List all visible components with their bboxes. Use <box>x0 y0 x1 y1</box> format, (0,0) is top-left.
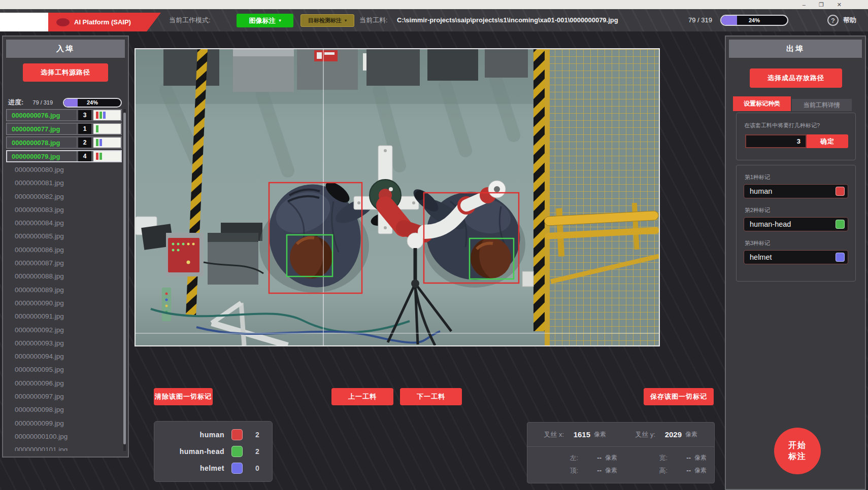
clear-annotations-button[interactable]: 清除该图一切标记 <box>154 388 213 405</box>
annotation-mini-chart <box>93 151 121 161</box>
file-item[interactable]: 0000000091.jpg <box>6 310 122 322</box>
file-item[interactable]: 0000000088.jpg <box>6 270 122 282</box>
input-progress-percent: 24% <box>64 99 121 107</box>
pixel-unit: 像素 <box>602 466 622 475</box>
app-title: AI Platform (SAIP) <box>74 18 131 26</box>
app-brand: AI Platform (SAIP) <box>48 13 161 31</box>
legend-count: 2 <box>251 447 264 456</box>
file-list-scrollbar[interactable] <box>123 109 126 451</box>
file-item[interactable]: 0000000085.jpg <box>6 230 122 242</box>
label-count-question: 在该套工料中将要打几种标记? <box>744 122 849 129</box>
pixel-unit: 像素 <box>590 430 611 439</box>
annotation-canvas[interactable] <box>135 48 660 346</box>
start-annotation-line2: 标注 <box>788 451 807 462</box>
legend-row: human-head2 <box>162 446 264 457</box>
legend-label: human-head <box>162 447 224 456</box>
previous-item-button[interactable]: 上一工料 <box>331 388 393 405</box>
file-item-annotated[interactable]: 0000000076.jpg3 <box>6 109 122 121</box>
cross-x-value: 1615 <box>564 430 590 439</box>
select-output-path-button[interactable]: 选择成品存放路径 <box>750 68 842 88</box>
restore-icon[interactable]: ❐ <box>819 2 824 8</box>
file-item[interactable]: 0000000089.jpg <box>6 284 122 296</box>
file-item[interactable]: 0000000099.jpg <box>6 417 122 429</box>
current-file-path: C:\simmir-projects\saip\projects\s1\inco… <box>397 9 618 31</box>
file-item[interactable]: 0000000083.jpg <box>6 204 122 216</box>
mode-detection-annotation-button[interactable]: 目标检测标注 ▾ <box>301 14 354 27</box>
start-annotation-button[interactable]: 开始 标注 <box>774 428 821 474</box>
mode-image-annotation-button[interactable]: 图像标注 ▾ <box>237 14 293 27</box>
app-topbar: AI Platform (SAIP) 当前工作模式: 图像标注 ▾ 目标检测标注… <box>0 9 868 31</box>
annotation-count-badge: 3 <box>78 110 91 120</box>
pixel-unit: 像素 <box>691 453 711 462</box>
label-color-swatch[interactable] <box>836 253 845 262</box>
file-item[interactable]: 0000000081.jpg <box>6 177 122 189</box>
file-item[interactable]: 0000000087.jpg <box>6 257 122 269</box>
input-progress-bar: 24% <box>63 98 122 108</box>
progress-count: 79 / 319 <box>32 99 53 106</box>
help-icon[interactable]: ? <box>827 15 839 26</box>
file-item[interactable]: 0000000080.jpg <box>6 164 122 176</box>
pixel-unit: 像素 <box>602 453 622 462</box>
label-type-title: 第3种标记 <box>745 239 855 247</box>
box-width-value: -- <box>667 454 691 462</box>
progress-label: 进度: <box>8 98 23 107</box>
confirm-button[interactable]: 确定 <box>807 134 848 148</box>
label-name-value: human-head <box>750 220 836 228</box>
label-name-input[interactable]: helmet <box>744 250 848 264</box>
file-item[interactable]: 00000000100.jpg <box>6 431 122 442</box>
select-source-path-button[interactable]: 选择工料源路径 <box>23 63 108 82</box>
mode-image-annotation-label: 图像标注 <box>249 16 275 25</box>
input-panel: 入埠 选择工料源路径 进度: 79 / 319 24% 0000000076.j… <box>2 36 129 458</box>
file-item[interactable]: 00000000101.jpg <box>6 444 122 451</box>
file-item[interactable]: 0000000084.jpg <box>6 217 122 229</box>
next-item-button[interactable]: 下一工料 <box>400 388 462 405</box>
top-progress-percent: 24% <box>721 16 787 25</box>
box-readout-grid: 左: -- 像素 宽: -- 像素 顶: -- 像素 高: -- 像素 <box>527 447 714 477</box>
file-item[interactable]: 0000000097.jpg <box>6 391 122 402</box>
file-item[interactable]: 0000000095.jpg <box>6 364 122 375</box>
label-count-input[interactable]: 3 <box>745 134 807 148</box>
annotation-mini-chart <box>93 124 121 134</box>
label-color-swatch[interactable] <box>836 220 845 229</box>
annotation-count-badge: 1 <box>78 124 91 134</box>
help-label[interactable]: 帮助 <box>843 9 856 31</box>
save-annotations-button[interactable]: 保存该图一切标记 <box>644 388 714 405</box>
file-item[interactable]: 0000000093.jpg <box>6 337 122 349</box>
scrollbar-thumb[interactable] <box>123 113 126 444</box>
file-item[interactable]: 0000000094.jpg <box>6 351 122 362</box>
file-name: 0000000076.jpg <box>7 110 76 120</box>
label-name-value: helmet <box>750 253 836 261</box>
file-item-annotated[interactable]: 0000000077.jpg1 <box>6 123 122 135</box>
label-name-input[interactable]: human <box>744 184 848 198</box>
close-icon[interactable]: ✕ <box>837 2 842 8</box>
legend-row: helmet0 <box>162 463 264 474</box>
tab-current-item-details[interactable]: 当前工料详情 <box>792 99 852 111</box>
label-color-swatch[interactable] <box>836 187 845 196</box>
legend-color-swatch <box>231 429 243 440</box>
file-item[interactable]: 0000000082.jpg <box>6 191 122 202</box>
file-item-selected[interactable]: 0000000079.jpg4 <box>6 150 122 162</box>
label-name-input[interactable]: human-head <box>744 217 848 231</box>
logo-placeholder <box>0 13 48 31</box>
legend-label: helmet <box>162 464 224 472</box>
legend-count: 0 <box>251 464 264 472</box>
top-progress-bar: 24% <box>720 15 788 26</box>
cross-x-label: 叉丝 x: <box>527 430 564 439</box>
file-item[interactable]: 0000000096.jpg <box>6 377 122 389</box>
file-name: 0000000079.jpg <box>7 151 76 161</box>
file-item[interactable]: 0000000086.jpg <box>6 244 122 256</box>
file-item[interactable]: 0000000098.jpg <box>6 404 122 415</box>
annotation-count-badge: 2 <box>78 137 91 148</box>
minimize-icon[interactable]: – <box>803 2 806 8</box>
label-types-box: 第1种标记human第2种标记human-head第3种标记helmet <box>736 165 856 282</box>
file-item[interactable]: 0000000090.jpg <box>6 297 122 309</box>
file-item[interactable]: 0000000092.jpg <box>6 324 122 336</box>
output-panel-title: 出埠 <box>729 40 862 58</box>
legend-row: human2 <box>162 429 264 440</box>
tab-set-label-types[interactable]: 设置标记种类 <box>733 96 791 111</box>
file-item-annotated[interactable]: 0000000078.jpg2 <box>6 136 122 149</box>
workshop-photo[interactable] <box>136 49 659 345</box>
caret-down-icon: ▾ <box>279 19 281 23</box>
current-file-label: 当前工料: <box>359 9 388 31</box>
top-progress-count: 79 / 319 <box>661 9 712 31</box>
